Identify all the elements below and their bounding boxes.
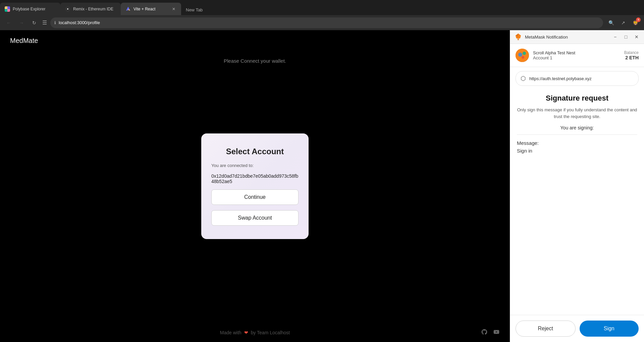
signature-title: Signature request xyxy=(517,94,637,103)
tab-vite[interactable]: Vite + React ✕ xyxy=(121,3,181,15)
sign-button[interactable]: Sign xyxy=(580,321,639,337)
extensions-icon[interactable]: 🦁 3 xyxy=(631,18,640,27)
footer-by: by Team Localhost xyxy=(251,330,290,335)
window-controls: − □ ✕ xyxy=(612,34,640,40)
account-avatar xyxy=(516,49,529,62)
svg-point-8 xyxy=(523,52,526,55)
reject-button[interactable]: Reject xyxy=(516,321,576,337)
minimize-button[interactable]: − xyxy=(612,34,619,40)
tab-remix-label: Remix - Ethereum IDE xyxy=(73,7,113,11)
back-button[interactable]: ← xyxy=(4,18,13,27)
svg-point-7 xyxy=(518,53,522,57)
reload-button[interactable]: ↻ xyxy=(30,18,39,27)
metamask-titlebar: MetaMask Notification − □ ✕ xyxy=(510,30,644,44)
vite-tab-icon xyxy=(125,6,131,12)
continue-button[interactable]: Continue xyxy=(211,189,299,205)
remix-tab-icon: ● xyxy=(65,6,70,12)
main-layout: MedMate Please Connect your wallet. Sele… xyxy=(0,30,644,342)
bookmark-button[interactable]: ☰ xyxy=(42,19,47,26)
tab-polybase[interactable]: Polybase Explorer xyxy=(0,3,60,15)
modal-title: Select Account xyxy=(226,147,284,156)
tab-bar: Polybase Explorer ● Remix - Ethereum IDE… xyxy=(0,0,644,15)
footer-social-icons xyxy=(481,329,500,337)
metamask-fox-icon xyxy=(514,33,522,41)
maximize-button[interactable]: □ xyxy=(623,34,629,40)
network-name: Scroll Alpha Test Nest xyxy=(533,50,620,55)
share-icon[interactable]: ↗ xyxy=(619,18,628,27)
connected-address: 0x12d0ad7d21bdbe7e05ab0add973c58fb48b52a… xyxy=(211,173,299,184)
account-info: Scroll Alpha Test Nest Account 1 xyxy=(533,50,620,60)
svg-marker-3 xyxy=(517,39,519,40)
extension-badge: 3 xyxy=(636,17,641,22)
tab-remix[interactable]: ● Remix - Ethereum IDE xyxy=(60,3,121,15)
signature-warning: Only sign this message if you fully unde… xyxy=(517,107,637,120)
site-url: https://auth.testnet.polybase.xyz xyxy=(529,76,592,81)
balance-value: 2 ETH xyxy=(624,55,639,60)
github-icon[interactable] xyxy=(481,329,488,337)
browser-toolbar: ← → ↻ ☰ ℹ 🔍 ↗ 🦁 3 xyxy=(0,15,644,30)
metamask-panel: MetaMask Notification − □ ✕ Scroll Alpha… xyxy=(510,30,644,342)
footer-made-with: Made with xyxy=(220,330,241,335)
svg-point-6 xyxy=(516,49,529,62)
new-tab-label: New Tab xyxy=(186,7,203,12)
tab-new[interactable]: New Tab xyxy=(181,5,207,15)
browser-footer: Made with ❤ by Team Localhost xyxy=(0,330,510,335)
message-section: Message: Sign in xyxy=(517,137,637,156)
modal-overlay: Select Account You are connected to: 0x1… xyxy=(0,30,510,342)
security-icon: ℹ xyxy=(54,20,56,25)
divider xyxy=(517,134,637,135)
address-input[interactable] xyxy=(59,20,599,25)
metamask-main-content: Signature request Only sign this message… xyxy=(510,90,644,315)
account-name: Account 1 xyxy=(533,55,620,60)
search-icon[interactable]: 🔍 xyxy=(606,18,616,27)
metamask-title: MetaMask Notification xyxy=(525,35,609,40)
swap-account-button[interactable]: Swap Account xyxy=(211,210,299,226)
site-badge: ⬡ https://auth.testnet.polybase.xyz xyxy=(516,71,639,86)
site-icon: ⬡ xyxy=(521,75,526,82)
svg-point-9 xyxy=(522,56,524,59)
signing-label: You are signing: xyxy=(517,125,637,130)
balance-label: Balance xyxy=(624,50,639,55)
balance-section: Balance 2 ETH xyxy=(624,50,639,60)
message-label: Message: xyxy=(517,140,637,146)
message-value: Sign in xyxy=(517,148,637,154)
tab-polybase-label: Polybase Explorer xyxy=(13,7,45,11)
connected-label: You are connected to: xyxy=(211,163,299,168)
heart-icon: ❤ xyxy=(244,330,248,335)
metamask-account-bar: Scroll Alpha Test Nest Account 1 Balance… xyxy=(510,44,644,67)
close-button[interactable]: ✕ xyxy=(633,34,640,40)
polybase-tab-icon xyxy=(5,6,10,12)
toolbar-right: 🔍 ↗ 🦁 3 xyxy=(606,18,640,27)
browser-chrome: Polybase Explorer ● Remix - Ethereum IDE… xyxy=(0,0,644,30)
forward-button[interactable]: → xyxy=(17,18,26,27)
address-bar-container: ℹ xyxy=(50,17,603,28)
metamask-actions: Reject Sign xyxy=(510,315,644,342)
tab-vite-label: Vite + React xyxy=(133,7,155,11)
browser-content: MedMate Please Connect your wallet. Sele… xyxy=(0,30,510,342)
youtube-icon[interactable] xyxy=(493,329,500,337)
tab-vite-close-button[interactable]: ✕ xyxy=(171,6,176,12)
select-account-modal: Select Account You are connected to: 0x1… xyxy=(201,133,309,239)
